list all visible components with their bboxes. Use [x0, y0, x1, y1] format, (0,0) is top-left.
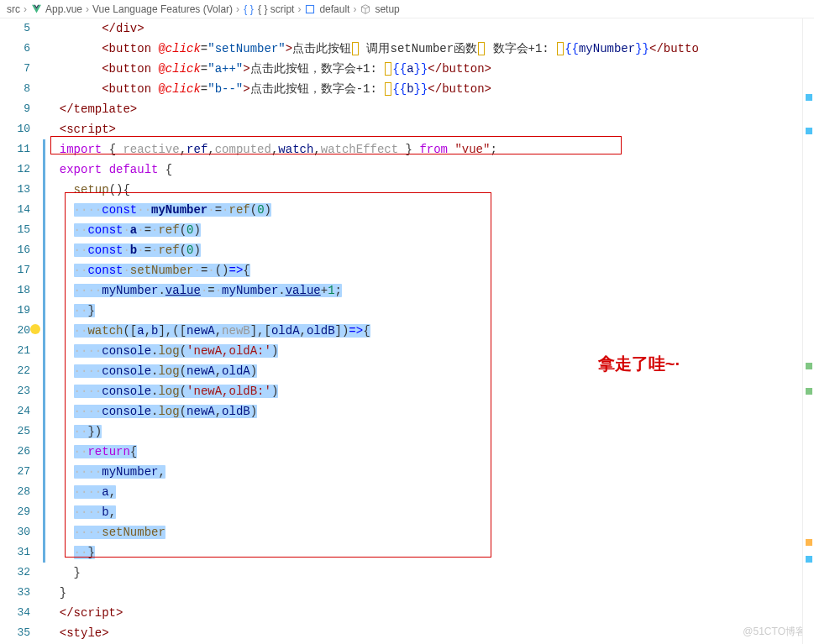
line-number: 25 — [0, 421, 30, 442]
modified-indicator — [43, 542, 45, 563]
crumb-0[interactable]: src — [7, 3, 20, 15]
code-line[interactable]: export default { — [45, 160, 814, 180]
code-line[interactable]: ····console.log('newA,oldA:') — [45, 341, 814, 361]
watermark: @51CTO博客 — [743, 625, 806, 639]
line-number: 10 — [0, 119, 30, 139]
modified-indicator — [43, 321, 45, 341]
code-line[interactable]: ··watch([a,b],([newA,newB],[oldA,oldB])=… — [45, 321, 814, 341]
code-line[interactable]: <button @click="a++">点击此按钮，数字会+1: {{a}}<… — [45, 59, 814, 79]
line-number: 27 — [0, 462, 30, 482]
cube-icon — [360, 3, 371, 15]
modified-indicator — [43, 421, 45, 442]
code-line[interactable]: ····console.log(newA,oldB) — [45, 401, 814, 421]
line-number: 30 — [0, 522, 30, 542]
line-number: 14 — [0, 200, 30, 220]
line-number: 6 — [0, 39, 30, 59]
lightbulb-icon[interactable] — [30, 324, 40, 334]
modified-indicator — [43, 301, 45, 321]
breadcrumb[interactable]: src› App.vue› Vue Language Features (Vol… — [0, 0, 814, 18]
braces-icon: { } — [243, 3, 255, 15]
line-number: 18 — [0, 280, 30, 301]
chevron-right-icon: › — [24, 3, 27, 15]
code-line[interactable]: setup(){ — [45, 180, 814, 200]
code-line[interactable]: <button @click="b--">点击此按钮，数字会-1: {{b}}<… — [45, 79, 814, 99]
code-line[interactable]: </script> — [45, 603, 814, 623]
line-number: 7 — [0, 59, 30, 79]
code-line[interactable]: ··return{ — [45, 442, 814, 462]
modified-indicator — [43, 361, 45, 381]
line-number: 31 — [0, 542, 30, 563]
code-line[interactable]: ··}) — [45, 421, 814, 442]
line-number: 8 — [0, 79, 30, 99]
code-line[interactable]: ····const··myNumber·=·ref(0) — [45, 200, 814, 220]
code-line[interactable]: ··const·setNumber·=·()=>{ — [45, 260, 814, 280]
modified-indicator — [43, 341, 45, 361]
crumb-5[interactable]: setup — [375, 3, 399, 15]
minimap-marker — [806, 128, 812, 134]
code-line[interactable]: <style> — [45, 623, 814, 643]
line-number: 15 — [0, 220, 30, 240]
line-number: 16 — [0, 240, 30, 260]
code-line[interactable]: ··const·b·=·ref(0) — [45, 240, 814, 260]
modified-indicator — [43, 522, 45, 542]
annotation-text: 拿走了哇~· — [598, 353, 680, 375]
minimap-marker — [806, 363, 812, 369]
line-number: 29 — [0, 502, 30, 522]
code-line[interactable]: ··} — [45, 301, 814, 321]
modified-indicator — [43, 462, 45, 482]
code-line[interactable]: ····myNumber, — [45, 462, 814, 482]
minimap-marker — [806, 556, 812, 563]
line-number: 20 — [0, 321, 30, 341]
code-line[interactable]: ····console.log('newA,oldB:') — [45, 381, 814, 401]
modified-indicator — [43, 180, 45, 200]
modified-indicator — [43, 139, 45, 160]
code-line[interactable]: } — [45, 583, 814, 603]
chevron-right-icon: › — [353, 3, 356, 15]
minimap-marker — [806, 539, 812, 546]
crumb-4[interactable]: default — [319, 3, 349, 15]
line-number: 22 — [0, 361, 30, 381]
line-number: 9 — [0, 99, 30, 119]
code-line[interactable]: ····console.log(newA,oldA) — [45, 361, 814, 381]
line-number: 34 — [0, 603, 30, 623]
code-line[interactable]: ····b, — [45, 502, 814, 522]
code-line[interactable]: } — [45, 563, 814, 583]
line-number: 19 — [0, 301, 30, 321]
chevron-right-icon: › — [297, 3, 301, 15]
line-number: 35 — [0, 623, 30, 643]
code-line[interactable]: ····setNumber — [45, 522, 814, 542]
line-number: 11 — [0, 139, 30, 160]
crumb-2[interactable]: Vue Language Features (Volar) — [92, 3, 233, 15]
line-number: 23 — [0, 381, 30, 401]
symbol-icon — [304, 3, 316, 15]
line-number: 13 — [0, 180, 30, 200]
line-number: 17 — [0, 260, 30, 280]
crumb-3[interactable]: { } script — [258, 3, 294, 15]
modified-indicator — [43, 381, 45, 401]
crumb-1[interactable]: App.vue — [45, 3, 82, 15]
modified-indicator — [43, 502, 45, 522]
modified-indicator — [43, 200, 45, 220]
code-line[interactable]: ··} — [45, 542, 814, 563]
code-line[interactable]: <script> — [45, 119, 814, 139]
line-number: 24 — [0, 401, 30, 421]
line-number: 12 — [0, 160, 30, 180]
modified-indicator — [43, 220, 45, 240]
editor[interactable]: 5678910111213141516171819202122232425262… — [0, 18, 814, 644]
code-line[interactable]: import { reactive,ref,computed,watch,wat… — [45, 139, 814, 160]
chevron-right-icon: › — [86, 3, 89, 15]
minimap[interactable] — [802, 18, 814, 644]
modified-indicator — [43, 280, 45, 301]
code-line[interactable]: ····myNumber.value·=·myNumber.value+1; — [45, 280, 814, 301]
code-line[interactable]: <button @click="setNumber">点击此按钮 调用setNu… — [45, 39, 814, 59]
minimap-marker — [806, 94, 812, 101]
code-line[interactable]: </div> — [45, 18, 814, 39]
code-line[interactable]: ····a, — [45, 482, 814, 502]
code-line[interactable]: ··const·a·=·ref(0) — [45, 220, 814, 240]
line-number: 21 — [0, 341, 30, 361]
code-line[interactable]: </template> — [45, 99, 814, 119]
chevron-right-icon: › — [236, 3, 239, 15]
line-number: 32 — [0, 563, 30, 583]
code-area[interactable]: </div> <button @click="setNumber">点击此按钮 … — [45, 18, 814, 644]
line-number: 26 — [0, 442, 30, 462]
